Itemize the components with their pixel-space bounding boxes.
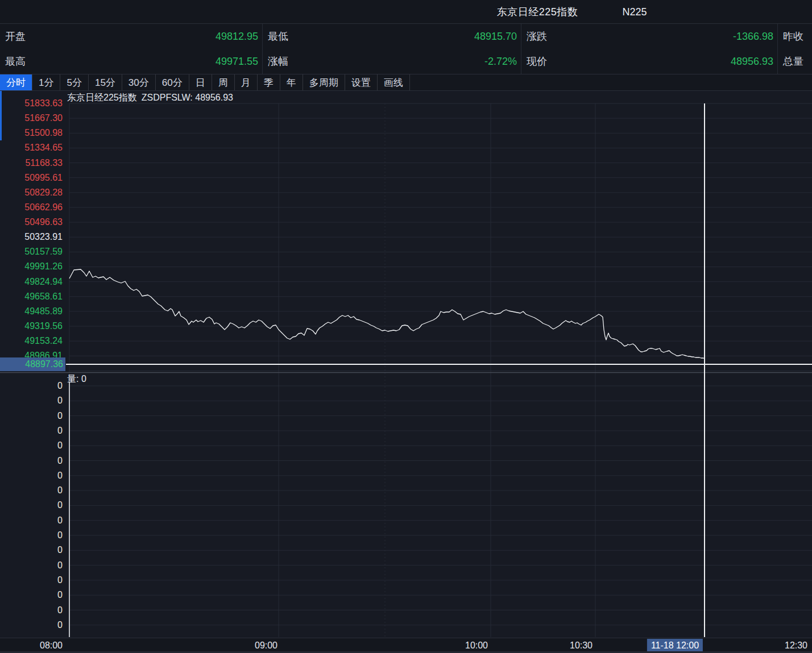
volume-axis-label: 0 [0, 471, 63, 481]
time-axis-label: 12:30 [785, 640, 807, 651]
price-axis-label: 49153.24 [0, 335, 63, 347]
volume-axis-label: 0 [0, 396, 63, 406]
volume-axis-label: 0 [0, 560, 63, 571]
crosshair-price-tag: 48897.36 [0, 357, 65, 371]
price-axis-label: 51833.63 [0, 98, 63, 109]
time-axis-label-crosshair: 11-18 12:00 [647, 639, 703, 652]
price-axis-label: 50323.91 [0, 231, 63, 243]
volume-axis-label: 0 [0, 485, 63, 496]
price-axis-label: 49991.26 [0, 261, 63, 272]
volume-pane-title: 量: 0 [67, 373, 86, 385]
price-axis-label: 50496.63 [0, 217, 63, 228]
price-axis-label: 49485.89 [0, 306, 63, 317]
price-axis-label: 50995.61 [0, 172, 63, 184]
chart-title: 东京日经225指数ZSDPFSLW: 48956.93 [67, 92, 233, 104]
trading-app-window: 东京日经225指数 N225 开盘 49812.95 最高 49971.55 最… [0, 0, 812, 653]
volume-axis-label: 0 [0, 515, 63, 526]
volume-axis-label: 0 [0, 440, 63, 451]
volume-axis-label: 0 [0, 411, 63, 421]
volume-axis-label: 0 [0, 456, 63, 466]
time-axis-label: 08:00 [40, 640, 63, 651]
price-axis-label: 50157.59 [0, 246, 63, 257]
price-axis-label: 50662.96 [0, 202, 63, 213]
volume-axis-label: 0 [0, 590, 63, 600]
time-axis-label: 10:00 [465, 640, 488, 651]
price-axis-label: 51667.30 [0, 113, 63, 124]
price-axis-label: 49658.61 [0, 291, 63, 302]
time-axis-bar: 08:0009:0010:0010:3011-18 12:0012:30 [0, 638, 812, 653]
volume-axis-label: 0 [0, 500, 63, 510]
price-axis-label: 51168.33 [0, 157, 63, 169]
volume-axis-label: 0 [0, 426, 63, 436]
price-axis-label: 49824.94 [0, 276, 63, 288]
price-line [69, 269, 705, 359]
volume-axis-label: 0 [0, 605, 63, 615]
chart-title-index: 东京日经225指数 [67, 93, 137, 102]
price-axis-label: 50829.28 [0, 187, 63, 198]
time-axis-label: 09:00 [255, 640, 277, 651]
price-axis-label: 49319.56 [0, 321, 63, 332]
time-axis-label: 10:30 [570, 640, 593, 651]
volume-axis-label: 0 [0, 575, 63, 585]
volume-axis-label: 0 [0, 620, 63, 630]
volume-axis-label: 0 [0, 530, 63, 540]
chart-title-quote: ZSDPFSLW: 48956.93 [142, 93, 233, 102]
price-axis-label: 51500.98 [0, 127, 63, 139]
price-axis-label: 51334.65 [0, 142, 63, 153]
volume-axis-label: 0 [0, 381, 63, 391]
volume-axis-label: 0 [0, 545, 63, 555]
